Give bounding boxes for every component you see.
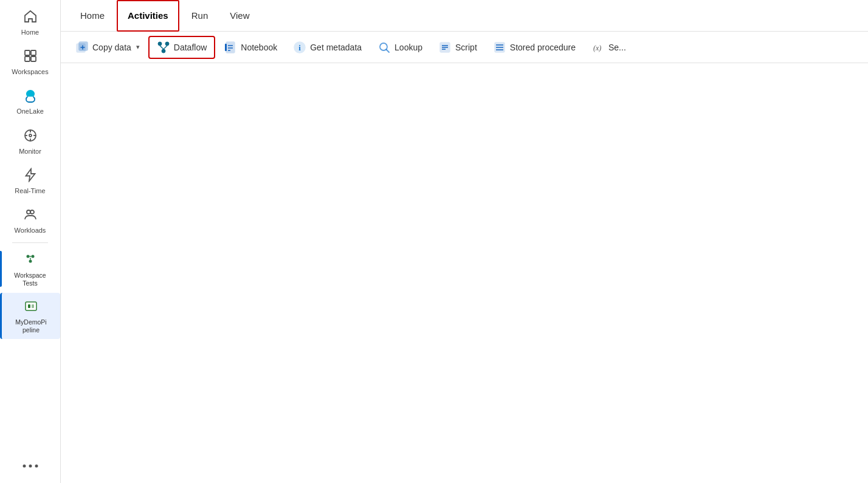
svg-line-27 <box>164 46 167 49</box>
realtime-icon <box>23 168 38 185</box>
svg-point-24 <box>165 42 169 46</box>
sidebar-item-onelake-label: OneLake <box>16 108 44 115</box>
workspaces-icon <box>23 49 38 66</box>
get-metadata-button[interactable]: i Get metadata <box>286 36 369 59</box>
copy-data-label: Copy data <box>92 43 131 52</box>
sidebar-item-monitor[interactable]: Monitor <box>0 122 60 160</box>
svg-rect-1 <box>31 50 36 55</box>
svg-point-13 <box>31 255 34 258</box>
onelake-icon <box>23 88 38 105</box>
svg-rect-0 <box>25 50 30 55</box>
svg-point-25 <box>162 49 165 53</box>
dataflow-label: Dataflow <box>174 43 207 52</box>
dataflow-icon <box>157 41 170 54</box>
set-variable-icon: (x) <box>591 41 605 54</box>
lookup-icon <box>377 41 391 54</box>
monitor-icon <box>23 128 38 145</box>
sidebar-item-realtime[interactable]: Real-Time <box>0 162 60 200</box>
nav-item-run[interactable]: Run <box>182 0 218 32</box>
svg-rect-28 <box>226 42 235 53</box>
sidebar-item-monitor-label: Monitor <box>19 148 41 156</box>
pipeline-icon <box>24 299 38 316</box>
svg-text:i: i <box>298 43 301 52</box>
sidebar-item-workspace-tests[interactable]: WorkspaceTests <box>0 246 60 292</box>
top-navigation: Home Activities Run View <box>61 0 868 32</box>
sidebar-item-mydemopipeline-label: MyDemoPipeline <box>15 318 46 334</box>
svg-point-12 <box>26 255 29 258</box>
nav-item-view[interactable]: View <box>220 0 259 32</box>
svg-rect-15 <box>26 302 36 310</box>
stored-procedure-label: Stored procedure <box>510 43 576 52</box>
active-indicator <box>0 251 2 287</box>
copy-data-icon <box>75 41 89 54</box>
set-variable-label: Se... <box>608 43 626 52</box>
toolbar: Copy data ▾ Dataflow <box>61 32 868 63</box>
svg-rect-22 <box>79 42 88 50</box>
svg-line-26 <box>160 46 164 49</box>
svg-point-19 <box>29 465 32 468</box>
svg-rect-2 <box>25 57 30 61</box>
lookup-label: Lookup <box>394 43 422 52</box>
sidebar-item-workspaces[interactable]: Workspaces <box>0 43 60 81</box>
nav-item-home[interactable]: Home <box>71 0 114 32</box>
workspace-tests-icon <box>23 252 38 269</box>
sidebar-item-workspace-tests-label: WorkspaceTests <box>14 272 46 287</box>
lookup-button[interactable]: Lookup <box>370 36 430 59</box>
sidebar: Home Workspaces OneLake <box>0 0 61 483</box>
svg-point-18 <box>22 465 26 468</box>
sidebar-item-home-label: Home <box>21 29 39 36</box>
sidebar-item-workloads[interactable]: Workloads <box>0 201 60 239</box>
nav-item-activities[interactable]: Activities <box>117 0 179 32</box>
main-content: Home Activities Run View Copy data ▾ <box>61 0 868 483</box>
svg-point-9 <box>29 134 32 137</box>
home-icon <box>23 9 38 26</box>
dataflow-button[interactable]: Dataflow <box>148 36 215 59</box>
get-metadata-label: Get metadata <box>310 43 362 52</box>
sidebar-item-mydemopipeline[interactable]: MyDemoPipeline <box>0 293 60 338</box>
sidebar-item-onelake[interactable]: OneLake <box>0 82 60 120</box>
svg-line-36 <box>387 49 390 52</box>
sidebar-item-realtime-label: Real-Time <box>15 187 45 195</box>
svg-rect-16 <box>28 304 30 308</box>
sidebar-more-button[interactable] <box>21 461 40 473</box>
svg-point-11 <box>30 210 34 214</box>
svg-text:(x): (x) <box>593 44 601 52</box>
copy-data-dropdown-arrow: ▾ <box>136 43 140 51</box>
svg-rect-17 <box>32 304 34 308</box>
notebook-label: Notebook <box>241 43 277 52</box>
svg-rect-3 <box>31 57 36 61</box>
svg-rect-29 <box>225 44 227 51</box>
svg-point-14 <box>29 260 32 263</box>
svg-point-23 <box>158 42 162 46</box>
script-icon <box>438 41 452 54</box>
sidebar-item-workloads-label: Workloads <box>15 227 46 235</box>
notebook-button[interactable]: Notebook <box>216 36 284 59</box>
pipeline-canvas <box>61 63 868 483</box>
notebook-icon <box>224 41 237 54</box>
stored-procedure-icon <box>493 41 506 54</box>
sidebar-divider <box>12 242 48 243</box>
get-metadata-icon: i <box>293 41 306 54</box>
script-button[interactable]: Script <box>431 36 484 59</box>
stored-procedure-button[interactable]: Stored procedure <box>486 36 583 59</box>
svg-point-20 <box>35 465 38 468</box>
svg-point-10 <box>27 210 30 214</box>
workloads-icon <box>23 207 38 224</box>
sidebar-item-workspaces-label: Workspaces <box>12 68 48 76</box>
sidebar-item-home[interactable]: Home <box>0 3 60 41</box>
set-variable-button[interactable]: (x) Se... <box>584 36 633 59</box>
copy-data-button[interactable]: Copy data ▾ <box>68 36 147 59</box>
script-label: Script <box>455 43 477 52</box>
